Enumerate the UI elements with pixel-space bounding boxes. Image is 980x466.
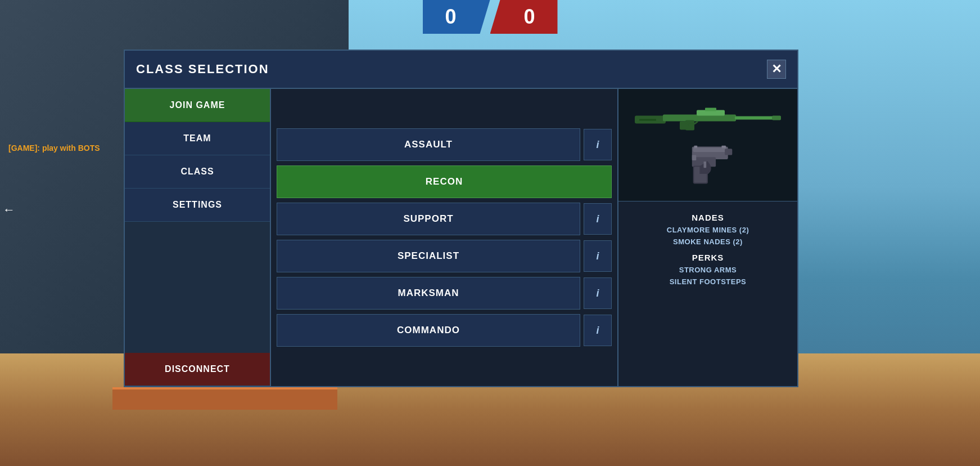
settings-button[interactable]: SETTINGS bbox=[125, 189, 270, 222]
class-row-support: SUPPORT i bbox=[277, 203, 612, 235]
modal-header: CLASS SELECTION ✕ bbox=[125, 51, 797, 89]
score-blue: 0 bbox=[423, 0, 490, 34]
modal-close-button[interactable]: ✕ bbox=[767, 60, 786, 79]
left-nav: JOIN GAME TEAM CLASS SETTINGS DISCONNECT bbox=[125, 89, 271, 386]
game-log: [GAME]: play with BOTS bbox=[8, 144, 100, 153]
svg-rect-15 bbox=[703, 161, 706, 167]
smoke-nades: SMOKE NADES (2) bbox=[627, 238, 788, 246]
score-red: 0 bbox=[490, 0, 558, 34]
support-class-button[interactable]: SUPPORT bbox=[277, 203, 580, 235]
svg-rect-16 bbox=[692, 155, 697, 160]
svg-rect-11 bbox=[725, 149, 732, 155]
score-bar: 0 0 bbox=[423, 0, 558, 34]
svg-rect-1 bbox=[639, 119, 656, 120]
perks-title: PERKS bbox=[627, 253, 788, 262]
class-row-assault: ASSAULT i bbox=[277, 128, 612, 161]
perk-strong-arms: STRONG ARMS bbox=[627, 266, 788, 274]
back-arrow-button[interactable]: ← bbox=[3, 203, 15, 217]
modal-body: JOIN GAME TEAM CLASS SETTINGS DISCONNECT… bbox=[125, 89, 797, 386]
class-row-specialist: SPECIALIST i bbox=[277, 240, 612, 272]
recon-class-button[interactable]: RECON bbox=[277, 165, 612, 198]
commando-info-button[interactable]: i bbox=[584, 315, 612, 346]
class-list: ASSAULT i RECON SUPPORT i SPECIALIST i M… bbox=[271, 89, 617, 386]
class-selection-modal: CLASS SELECTION ✕ JOIN GAME TEAM CLASS S… bbox=[124, 50, 798, 387]
class-row-marksman: MARKSMAN i bbox=[277, 277, 612, 310]
class-button[interactable]: CLASS bbox=[125, 155, 270, 189]
marksman-info-button[interactable]: i bbox=[584, 277, 612, 309]
svg-rect-18 bbox=[721, 145, 726, 148]
perk-silent-footsteps: SILENT FOOTSTEPS bbox=[627, 277, 788, 286]
right-panel: NADES CLAYMORE MINES (2) SMOKE NADES (2)… bbox=[617, 89, 797, 386]
team-button[interactable]: TEAM bbox=[125, 122, 270, 155]
weapon-display bbox=[618, 89, 797, 201]
disconnect-button[interactable]: DISCONNECT bbox=[125, 353, 270, 386]
svg-rect-10 bbox=[693, 147, 727, 152]
modal-title: CLASS SELECTION bbox=[136, 62, 269, 77]
specialist-class-button[interactable]: SPECIALIST bbox=[277, 240, 580, 272]
marksman-class-button[interactable]: MARKSMAN bbox=[277, 277, 580, 310]
svg-rect-17 bbox=[694, 145, 698, 148]
join-game-button[interactable]: JOIN GAME bbox=[125, 89, 270, 122]
support-info-button[interactable]: i bbox=[584, 203, 612, 235]
class-row-commando: COMMANDO i bbox=[277, 314, 612, 347]
pistol-icon bbox=[680, 142, 736, 187]
specialist-info-button[interactable]: i bbox=[584, 240, 612, 272]
rifle-icon bbox=[635, 103, 781, 137]
bg-platform bbox=[112, 387, 337, 410]
loadout-info: NADES CLAYMORE MINES (2) SMOKE NADES (2)… bbox=[618, 201, 797, 386]
commando-class-button[interactable]: COMMANDO bbox=[277, 314, 580, 347]
assault-info-button[interactable]: i bbox=[584, 129, 612, 160]
svg-rect-6 bbox=[705, 107, 716, 111]
nades-title: NADES bbox=[627, 213, 788, 222]
assault-class-button[interactable]: ASSAULT bbox=[277, 128, 580, 161]
svg-rect-7 bbox=[772, 115, 781, 120]
class-row-recon: RECON bbox=[277, 165, 612, 198]
claymore-mines: CLAYMORE MINES (2) bbox=[627, 226, 788, 234]
